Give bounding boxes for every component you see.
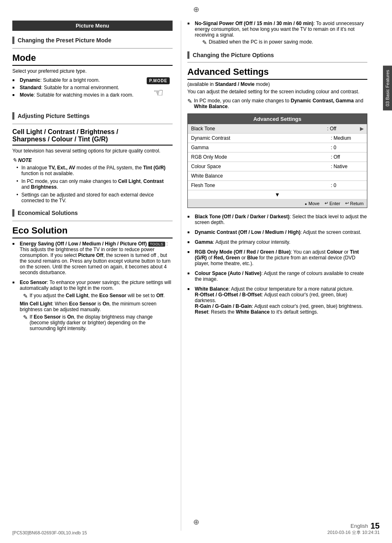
settings-key: Colour Space xyxy=(191,164,331,169)
advanced-settings-table: Advanced Settings Black Tone : Off ▶ Dyn… xyxy=(187,113,367,208)
move-arrow-icon: ⬥ xyxy=(304,201,307,206)
settings-nav: ⬥ Move ↵ Enter ↩ Return xyxy=(188,199,367,208)
eco-section-title: Economical Solutions xyxy=(18,210,78,216)
mode-list: Dynamic: Suitable for a bright room. Sta… xyxy=(12,77,140,99)
settings-row-black-tone: Black Tone : Off ▶ xyxy=(188,124,367,134)
section-divider-4 xyxy=(187,62,367,62)
adjusting-section-title: Adjusting Picture Settings xyxy=(18,113,90,119)
list-item: White Balance: Adjust the colour tempera… xyxy=(187,286,367,315)
crosshair-bottom-icon: ⊕ xyxy=(193,518,199,527)
nav-return: ↩ Return xyxy=(345,201,364,206)
feature-list: Black Tone (Off / Dark / Darker / Darkes… xyxy=(187,214,367,315)
settings-key: Dynamic Contrast xyxy=(191,135,331,141)
pmode-graphic: P.MODE ☜ xyxy=(144,77,173,108)
list-item: No-Signal Power Off (Off / 15 min / 30 m… xyxy=(187,21,367,46)
settings-val: : 0 xyxy=(331,183,364,188)
note-label: ✎ NOTE xyxy=(12,157,173,163)
list-item: Gamma: Adjust the primary colour intensi… xyxy=(187,239,367,245)
sub-note-2: ✎ If Eco Sensor is On, the display brigh… xyxy=(20,314,173,331)
down-arrow: ▼ xyxy=(188,190,367,199)
list-item: Black Tone (Off / Dark / Darker / Darkes… xyxy=(187,214,367,225)
settings-val: : Medium xyxy=(331,135,364,141)
settings-row-gamma: Gamma : 0 xyxy=(188,143,367,153)
side-tab: 03 Basic Features xyxy=(383,66,392,111)
list-item: Standard: Suitable for a normal environm… xyxy=(12,85,140,90)
adv-settings-heading: Advanced Settings xyxy=(187,67,367,80)
right-column: No-Signal Power Off (Off / 15 min / 30 m… xyxy=(181,21,384,531)
list-item: Dynamic: Suitable for a bright room. xyxy=(12,77,140,83)
settings-row-rgb: RGB Only Mode : Off xyxy=(188,153,367,162)
settings-key: White Balance xyxy=(191,173,331,179)
cell-light-desc: Your television has several setting opti… xyxy=(12,148,173,154)
eco-list: Energy Saving (Off / Low / Medium / High… xyxy=(12,241,173,331)
settings-val: : Native xyxy=(331,164,364,169)
note-list: In analogue TV, Ext., AV modes of the PA… xyxy=(12,165,173,203)
list-item: Settings can be adjusted and stored for … xyxy=(16,192,173,203)
section-divider-3 xyxy=(12,221,173,221)
pencil-icon-4: ✎ xyxy=(202,39,207,46)
list-item: Eco Sensor: To enhance your power saving… xyxy=(12,280,173,331)
list-item: Movie: Suitable for watching movies in a… xyxy=(12,92,140,98)
settings-row-dynamic-contrast: Dynamic Contrast : Medium xyxy=(188,134,367,143)
settings-key: Gamma xyxy=(191,145,331,150)
settings-row-white-balance: White Balance xyxy=(188,171,367,181)
tools-badge: TOOLS xyxy=(148,242,165,247)
enter-icon: ↵ xyxy=(325,201,328,206)
section-bar xyxy=(12,37,14,44)
mode-desc: Select your preferred picture type. xyxy=(12,68,173,74)
section-divider-2 xyxy=(12,124,173,124)
changing-options-header: Changing the Picture Options xyxy=(187,51,367,59)
adjusting-section-header: Adjusting Picture Settings xyxy=(12,112,173,120)
settings-key: Flesh Tone xyxy=(191,183,331,188)
nav-enter-label: Enter xyxy=(330,201,340,206)
nav-enter: ↵ Enter xyxy=(325,201,340,206)
footer-file: [PC530]BN68-02693F-00L10.indb 15 xyxy=(12,530,87,535)
pencil-icon-2: ✎ xyxy=(23,293,28,299)
settings-table-header: Advanced Settings xyxy=(188,114,367,124)
list-item: In PC mode, you can only make changes to… xyxy=(16,178,173,190)
changing-options-title: Changing the Picture Options xyxy=(193,52,274,58)
list-item: Dynamic Contrast (Off / Low / Medium / H… xyxy=(187,229,367,235)
section-divider-1 xyxy=(12,48,173,49)
no-signal-list: No-Signal Power Off (Off / 15 min / 30 m… xyxy=(187,21,367,46)
nav-move-label: Move xyxy=(309,201,320,206)
settings-val: : Off xyxy=(327,126,360,132)
crosshair-top-icon: ⊕ xyxy=(193,5,199,14)
nav-return-label: Return xyxy=(350,201,364,206)
return-icon: ↩ xyxy=(345,201,349,206)
page-footer: [PC530]BN68-02693F-00L10.indb 15 2010-03… xyxy=(0,529,392,536)
eco-heading: Eco Solution xyxy=(12,225,173,238)
settings-val: : 0 xyxy=(331,145,364,150)
nav-move: ⬥ Move xyxy=(304,201,320,206)
preset-mode-section-title: Changing the Preset Picture Mode xyxy=(18,37,111,44)
note-section: ✎ NOTE In analogue TV, Ext., AV modes of… xyxy=(12,157,173,203)
pencil-icon: ✎ xyxy=(12,157,17,163)
settings-row-flesh-tone: Flesh Tone : 0 xyxy=(188,181,367,190)
pmode-hand-icon: ☜ xyxy=(153,86,164,99)
adv-desc: You can adjust the detailed setting for … xyxy=(187,89,367,95)
pencil-icon-3: ✎ xyxy=(23,314,28,321)
section-bar-4 xyxy=(187,51,189,59)
settings-row-colour-space: Colour Space : Native xyxy=(188,162,367,171)
english-label: English xyxy=(350,523,368,529)
page-number: 15 xyxy=(371,521,380,531)
pencil-icon-5: ✎ xyxy=(187,98,192,104)
page-number-area: English 15 xyxy=(350,521,380,531)
list-item: RGB Only Mode (Off / Red / Green / Blue)… xyxy=(187,249,367,266)
left-column: Picture Menu Changing the Preset Picture… xyxy=(0,21,181,531)
disabled-note: ✎ Disabled when the PC is in power savin… xyxy=(195,39,367,46)
sub-note-1: ✎ If you adjust the Cell Light, the Eco … xyxy=(20,293,173,299)
mode-heading: Mode xyxy=(12,53,173,66)
settings-key: RGB Only Mode xyxy=(191,154,331,160)
adv-pc-note: ✎ In PC mode, you can only make changes … xyxy=(187,98,367,109)
settings-val: : Off xyxy=(331,154,364,160)
cell-light-heading: Cell Light / Contrast / Brightness / Sha… xyxy=(12,128,173,146)
preset-mode-section-header: Changing the Preset Picture Mode xyxy=(12,37,173,44)
eco-section-header: Economical Solutions xyxy=(12,209,173,217)
list-item: Energy Saving (Off / Low / Medium / High… xyxy=(12,241,173,275)
pmode-button-label: P.MODE xyxy=(147,77,170,84)
section-bar-3 xyxy=(12,209,14,217)
list-item: Colour Space (Auto / Native): Adjust the… xyxy=(187,270,367,282)
settings-key: Black Tone xyxy=(191,126,327,132)
adv-available-note: (available in Standard / Movie mode) xyxy=(187,81,367,87)
